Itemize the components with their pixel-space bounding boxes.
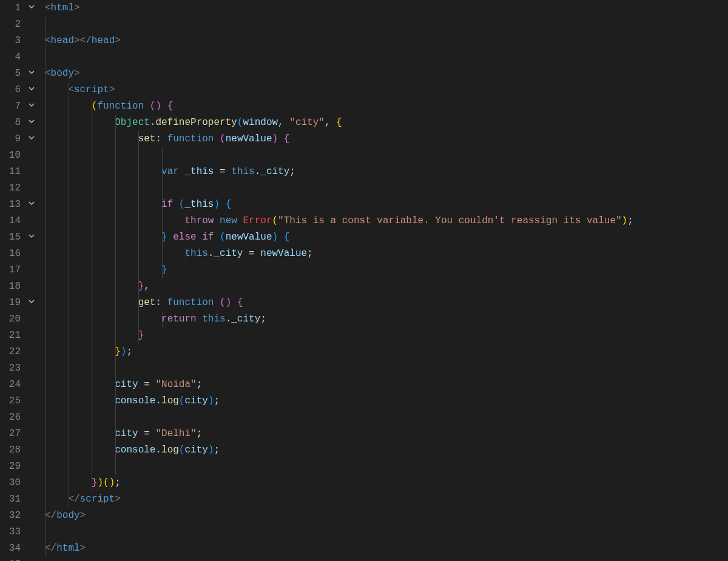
code-area[interactable]: <html><head></head><body> <script> (func…: [39, 0, 728, 561]
code-line[interactable]: <script>: [39, 82, 728, 98]
fold-toggle[interactable]: [24, 82, 39, 98]
indent-guide: [92, 115, 92, 131]
code-line[interactable]: }: [39, 262, 728, 278]
code-line[interactable]: var _this = this._city;: [39, 164, 728, 180]
code-line[interactable]: if (_this) {: [39, 197, 728, 213]
indent-guide: [115, 360, 116, 377]
code-line[interactable]: city = "Delhi";: [39, 426, 728, 442]
code-line[interactable]: [39, 147, 728, 164]
indent-guide: [45, 197, 46, 213]
token-op: [179, 166, 185, 177]
line-number: 2: [0, 16, 21, 33]
line-number: 19: [0, 295, 21, 311]
line-number: 34: [0, 540, 21, 557]
code-line[interactable]: <head></head>: [39, 33, 728, 49]
indent-guide: [138, 229, 139, 246]
fold-toggle: [24, 213, 39, 229]
indent-guide: [45, 278, 46, 295]
token-op: [45, 199, 161, 210]
indent-guide: [69, 82, 69, 98]
code-line[interactable]: console.log(city);: [39, 393, 728, 409]
indent-guide: [45, 524, 46, 540]
indent-guide: [45, 262, 46, 278]
chevron-down-icon: [28, 66, 35, 82]
line-number: 21: [0, 328, 21, 344]
indent-guide: [45, 508, 46, 524]
code-line[interactable]: } else if (newValue) {: [39, 229, 728, 246]
token-func: get: [138, 297, 156, 308]
code-line[interactable]: })();: [39, 475, 728, 491]
code-line[interactable]: [39, 459, 728, 475]
token-kw: new: [220, 215, 237, 226]
code-line[interactable]: [39, 409, 728, 426]
code-line[interactable]: </html>: [39, 540, 728, 557]
indent-guide: [69, 295, 69, 311]
token-ident: :: [155, 133, 161, 144]
indent-guide: [45, 49, 46, 66]
token-kw2: else: [173, 232, 196, 243]
code-line[interactable]: [39, 524, 728, 540]
code-line[interactable]: get: function () {: [39, 295, 728, 311]
fold-toggle[interactable]: [24, 98, 39, 115]
fold-gutter[interactable]: [24, 0, 39, 561]
code-line[interactable]: },: [39, 278, 728, 295]
code-line[interactable]: return this._city;: [39, 311, 728, 328]
indent-guide: [138, 164, 139, 180]
code-line[interactable]: [39, 49, 728, 66]
code-line[interactable]: set: function (newValue) {: [39, 131, 728, 147]
code-line[interactable]: Object.defineProperty(window, "city", {: [39, 115, 728, 131]
indent-guide: [138, 295, 139, 311]
code-line[interactable]: [39, 557, 728, 561]
fold-toggle: [24, 459, 39, 475]
code-line[interactable]: [39, 16, 728, 33]
indent-guide: [69, 131, 69, 147]
token-op: =: [214, 166, 231, 177]
indent-guide: [45, 229, 46, 246]
indent-guide: [45, 82, 46, 98]
token-ident: newValue: [226, 133, 272, 144]
token-punct: <: [45, 35, 51, 46]
token-op: ,: [278, 117, 289, 128]
line-number: 22: [0, 344, 21, 360]
token-op: .: [255, 166, 261, 177]
code-line[interactable]: }: [39, 328, 728, 344]
code-line[interactable]: <html>: [39, 0, 728, 16]
code-line[interactable]: });: [39, 344, 728, 360]
fold-toggle: [24, 16, 39, 33]
fold-toggle[interactable]: [24, 295, 39, 311]
indent-guide: [115, 180, 116, 197]
code-line[interactable]: [39, 360, 728, 377]
indent-guide: [115, 426, 116, 442]
indent-guide: [92, 229, 92, 246]
code-line[interactable]: <body>: [39, 66, 728, 82]
token-tag: script: [80, 494, 115, 505]
token-op: ,: [325, 117, 336, 128]
token-punct: </: [45, 543, 56, 554]
token-brace0: (: [92, 101, 98, 112]
fold-toggle[interactable]: [24, 0, 39, 16]
code-line[interactable]: throw new Error("This is a const variabl…: [39, 213, 728, 229]
indent-guide: [92, 164, 92, 180]
token-tag: body: [51, 68, 74, 79]
code-line[interactable]: city = "Noida";: [39, 377, 728, 393]
code-line[interactable]: this._city = newValue;: [39, 246, 728, 262]
code-line[interactable]: console.log(city);: [39, 442, 728, 459]
token-punct: </: [68, 494, 79, 505]
token-brace5: ): [272, 232, 278, 243]
fold-toggle[interactable]: [24, 229, 39, 246]
indent-guide: [92, 131, 92, 147]
line-number: 29: [0, 459, 21, 475]
fold-toggle[interactable]: [24, 131, 39, 147]
fold-toggle[interactable]: [24, 66, 39, 82]
line-number: 32: [0, 508, 21, 524]
fold-toggle[interactable]: [24, 197, 39, 213]
code-line[interactable]: </script>: [39, 491, 728, 508]
indent-guide: [162, 262, 163, 278]
code-editor[interactable]: 1234567891011121314151617181920212223242…: [0, 0, 728, 561]
code-line[interactable]: </body>: [39, 508, 728, 524]
token-op: .: [155, 445, 161, 455]
fold-toggle[interactable]: [24, 115, 39, 131]
line-number: 17: [0, 262, 21, 278]
code-line[interactable]: (function () {: [39, 98, 728, 115]
code-line[interactable]: [39, 180, 728, 197]
